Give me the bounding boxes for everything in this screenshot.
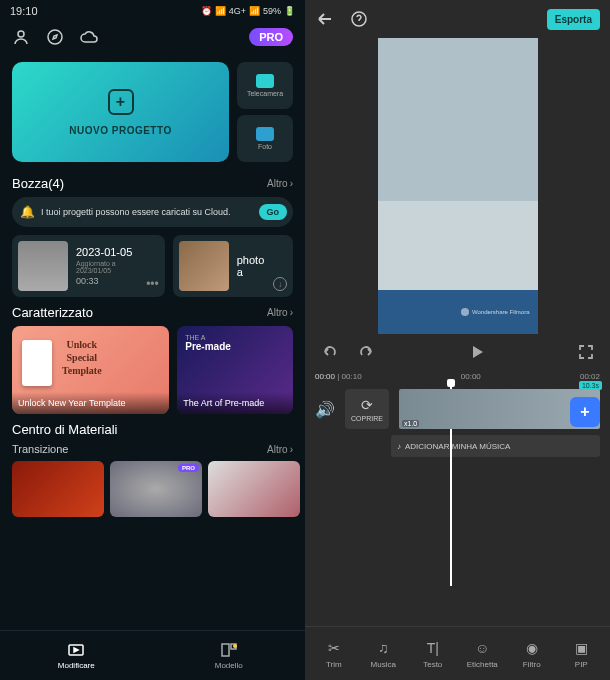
add-clip-button[interactable]: + — [570, 397, 600, 427]
featured-caption: The Art of Pre-made — [177, 392, 293, 414]
tool-music[interactable]: ♫ Musica — [359, 639, 409, 669]
tool-sticker[interactable]: ☺ Etichetta — [458, 639, 508, 669]
drafts-more-button[interactable]: Altro › — [267, 178, 293, 189]
featured-title: Caratterizzato — [12, 305, 93, 320]
export-button[interactable]: Esporta — [547, 9, 600, 30]
cloud-banner-text: I tuoi progetti possono essere caricati … — [41, 207, 253, 217]
play-button[interactable] — [469, 344, 485, 360]
svg-rect-3 — [222, 644, 229, 656]
compass-icon[interactable] — [46, 28, 64, 46]
text-icon: T| — [427, 639, 439, 657]
clip-speed: x1.0 — [402, 420, 419, 427]
music-icon: ♪ — [397, 442, 401, 451]
video-preview[interactable]: Wondershare Filmora — [378, 38, 538, 334]
photo-icon — [256, 127, 274, 141]
svg-point-1 — [48, 30, 62, 44]
more-icon[interactable]: ••• — [146, 277, 159, 291]
nav-template[interactable]: Modello — [153, 631, 306, 680]
filter-icon: ◉ — [526, 639, 538, 657]
draft-item[interactable]: photo a ↓ — [173, 235, 293, 297]
new-project-button[interactable]: + NUOVO PROGETTO — [12, 62, 229, 162]
pro-badge: PRO — [178, 464, 199, 472]
template-preview — [22, 340, 52, 386]
time-display: 00:00 | 00:10 — [315, 372, 362, 381]
go-button[interactable]: Go — [259, 204, 288, 220]
featured-card[interactable]: THE A Pre-made The Art of Pre-made — [177, 326, 293, 414]
music-track[interactable]: ♪ ADICIONAR MINHA MÚSICA — [391, 435, 600, 457]
tool-text[interactable]: T| Testo — [408, 639, 458, 669]
watermark: Wondershare Filmora — [461, 308, 530, 316]
help-icon[interactable] — [349, 9, 369, 29]
ruler-tick: 00:00 — [461, 372, 481, 381]
profile-icon[interactable] — [12, 28, 30, 46]
ruler-tick: 00:02 — [580, 372, 600, 381]
materials-more-button[interactable]: Altro › — [267, 443, 293, 455]
back-button[interactable] — [315, 9, 335, 29]
draft-item[interactable]: 2023-01-05 Aggiornato a 2023/01/05 00:33… — [12, 235, 165, 297]
featured-card[interactable]: Unlock Special Template Unlock New Year … — [12, 326, 169, 414]
music-note-icon: ♫ — [378, 639, 389, 657]
status-indicators: ⏰📶4G+📶 59%🔋 — [201, 6, 295, 16]
template-headline: Unlock Special Template — [62, 338, 102, 377]
tool-pip[interactable]: ▣ PIP — [557, 639, 607, 669]
draft-duration: 00:33 — [76, 276, 138, 286]
materials-title: Centro di Materiali — [12, 422, 118, 437]
scissors-icon: ✂ — [328, 639, 340, 657]
refresh-icon: ⟳ — [361, 397, 373, 413]
cloud-icon[interactable] — [80, 28, 98, 46]
drafts-title: Bozza(4) — [12, 176, 64, 191]
redo-button[interactable] — [357, 343, 375, 361]
draft-thumbnail — [179, 241, 229, 291]
new-project-label: NUOVO PROGETTO — [69, 125, 171, 136]
status-bar: 19:10 ⏰📶4G+📶 59%🔋 — [0, 0, 305, 22]
draft-subtitle: Aggiornato a 2023/01/05 — [76, 260, 138, 274]
camera-icon — [256, 74, 274, 88]
cover-button[interactable]: ⟳ COPRIRE — [345, 389, 389, 429]
featured-caption: Unlock New Year Template — [12, 392, 169, 414]
template-icon — [220, 642, 238, 658]
draft-title: photo a — [237, 254, 265, 278]
materials-subtitle: Transizione — [12, 443, 68, 455]
tool-filter[interactable]: ◉ Filtro — [507, 639, 557, 669]
material-item[interactable] — [208, 461, 300, 517]
featured-more-button[interactable]: Altro › — [267, 307, 293, 318]
edit-icon — [67, 642, 85, 658]
download-icon[interactable]: ↓ — [273, 277, 287, 291]
status-time: 19:10 — [10, 5, 38, 17]
bell-icon: 🔔 — [20, 205, 35, 219]
timeline[interactable]: + 🔊 ⟳ COPRIRE x1.0 10.3s ♪ ADICIONAR MIN… — [305, 383, 610, 626]
cloud-banner: 🔔 I tuoi progetti possono essere caricat… — [12, 197, 293, 227]
svg-point-0 — [18, 31, 24, 37]
pro-button[interactable]: PRO — [249, 28, 293, 46]
nav-edit[interactable]: Modificare — [0, 631, 153, 680]
fullscreen-button[interactable] — [578, 344, 594, 360]
plus-icon: + — [108, 89, 134, 115]
material-item[interactable] — [12, 461, 104, 517]
undo-button[interactable] — [321, 343, 339, 361]
volume-icon[interactable]: 🔊 — [315, 400, 335, 419]
camera-button[interactable]: Telecamera — [237, 62, 293, 109]
draft-thumbnail — [18, 241, 68, 291]
svg-point-5 — [233, 644, 237, 648]
photo-button[interactable]: Foto — [237, 115, 293, 162]
pip-icon: ▣ — [575, 639, 588, 657]
tool-trim[interactable]: ✂ Trim — [309, 639, 359, 669]
material-item[interactable]: PRO — [110, 461, 202, 517]
draft-title: 2023-01-05 — [76, 246, 138, 258]
template-headline: THE A Pre-made — [185, 334, 231, 352]
sticker-icon: ☺ — [475, 639, 489, 657]
clip-duration: 10.3s — [579, 381, 602, 390]
